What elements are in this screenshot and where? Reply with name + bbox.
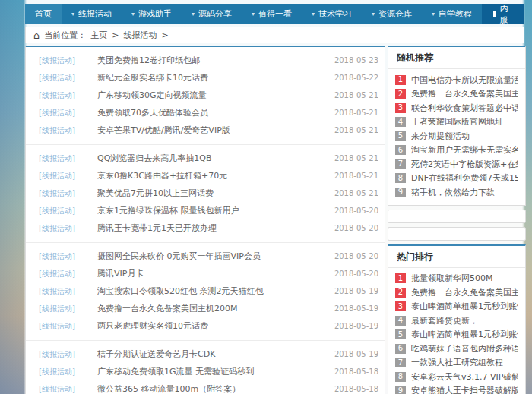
list-item[interactable]: [线报活动] 免费领取70多天优酷体验会员 2018-05-21 <box>26 104 385 121</box>
list-item[interactable]: 1 中国电信办卡所以无限流量活 <box>395 73 518 87</box>
breadcrumb-home-link[interactable]: 主页 <box>90 30 107 41</box>
post-title[interactable]: 最新套路贷更新， <box>411 315 478 326</box>
list-item[interactable]: 3 泰山啤酒简单粗暴1元秒到账快 <box>395 300 518 314</box>
post-title[interactable]: 聚美优品7元拼10以上三网话费 <box>97 188 328 199</box>
list-item[interactable]: 5 来分期提额活动 <box>395 129 518 143</box>
category-tag[interactable]: [线报活动] <box>39 125 97 136</box>
list-item[interactable]: 6 吃鸡萌妹子语音包内附多种语 <box>395 342 518 356</box>
post-title[interactable]: 免费撸一台永久免备案美国主 <box>411 88 518 99</box>
list-item[interactable]: [线报活动] 安卓芒果TV/优酷/腾讯/爱奇艺VIP版 2018-05-21 <box>26 121 385 139</box>
post-title[interactable]: 免费撸一台永久免备案美国主 <box>411 287 518 298</box>
list-item[interactable]: [线报活动] 聚美优品7元拼10以上三网话费 2018-05-21 <box>26 184 385 202</box>
category-tag[interactable]: [线报活动] <box>39 55 97 66</box>
post-title[interactable]: 泰山啤酒简单粗暴1元秒到账快 <box>411 301 518 312</box>
list-item[interactable]: [线报活动] 腾讯王卡宽带1元1天已开放办理 2018-05-20 <box>26 219 385 237</box>
list-item[interactable]: [线报活动] 微公益365 移动流量100m（附答案） 2018-05-18 <box>26 380 385 394</box>
list-item[interactable]: 6 淘宝新用户无需绑卡无需实名 <box>395 143 518 158</box>
nav-item-home[interactable]: 首页 <box>25 4 62 24</box>
category-tag[interactable]: [线报活动] <box>39 304 97 314</box>
list-item[interactable]: [线报活动] 新纪元金服实名绑卡10元话费 2018-05-22 <box>26 69 385 87</box>
post-title[interactable]: 腾讯VIP月卡 <box>97 268 328 279</box>
list-item[interactable]: 7 一款强大社工研究组教程 <box>395 356 518 370</box>
list-item[interactable]: 8 DNF在线福利免费领7天或15天黑 <box>395 172 518 186</box>
category-tag[interactable]: [线报活动] <box>39 73 97 84</box>
post-title[interactable]: 安卓芒果TV/优酷/腾讯/爱奇艺VIP版 <box>97 125 328 136</box>
post-title[interactable]: 两只老虎理财实名领10元话费 <box>97 320 328 332</box>
post-title[interactable]: 京东0撸K3C路由器+拉杆箱+70元 <box>97 170 328 181</box>
post-title[interactable]: 新纪元金服实名绑卡10元话费 <box>97 72 328 84</box>
list-item[interactable]: 8 安卓彩云天气v3.1.7 VIP破解版 <box>395 370 518 384</box>
list-item[interactable]: 4 王者荣耀国际版官网地址 <box>395 115 518 130</box>
nav-item-tech-learn[interactable]: ▾ 技术学习 <box>302 4 362 24</box>
list-item[interactable]: [线报活动] 广东移动免费领取1G流量 无需验证码秒到 2018-05-18 <box>26 363 385 380</box>
list-item[interactable]: [线报活动] QQ浏览器归去来高几率抽1QB 2018-05-21 <box>26 150 385 167</box>
post-title[interactable]: 一款强大社工研究组教程 <box>411 357 503 368</box>
list-item[interactable]: 1 批量领取新华网500M <box>395 272 518 286</box>
post-title[interactable]: 桔子分期认证送爱奇艺月卡CDK <box>97 348 328 360</box>
nav-item-self-study[interactable]: ▾ 自学教程 <box>422 4 482 24</box>
category-tag[interactable]: [线报活动] <box>39 349 97 360</box>
category-tag[interactable]: [线报活动] <box>39 223 97 234</box>
post-title[interactable]: 猪手机，依然给力下款 <box>411 187 495 198</box>
post-title[interactable]: 淘宝搜索口令领取520红包 亲测2元天猫红包 <box>97 285 328 297</box>
category-tag[interactable]: [线报活动] <box>39 188 97 199</box>
post-title[interactable]: 广东移动免费领取1G流量 无需验证码秒到 <box>97 366 328 377</box>
post-title[interactable]: 微公益365 移动流量100m（附答案） <box>97 383 328 394</box>
list-item[interactable]: 3 联合利华饮食策划答题必中话 <box>395 101 518 115</box>
category-tag[interactable]: [线报活动] <box>39 367 97 377</box>
category-tag[interactable]: [线报活动] <box>39 206 97 216</box>
list-item[interactable]: [线报活动] 美团免费撸12卷打印纸包邮 2018-05-23 <box>26 52 385 69</box>
list-item[interactable]: 2 免费撸一台永久免备案美国主 <box>395 87 518 102</box>
list-item[interactable]: [线报活动] 腾讯VIP月卡 2018-05-20 <box>26 265 385 282</box>
list-item[interactable]: 2 免费撸一台永久免备案美国主 <box>395 285 518 300</box>
category-tag[interactable]: [线报活动] <box>39 108 97 118</box>
post-title[interactable]: QQ浏览器归去来高几率抽1QB <box>97 153 328 164</box>
post-title[interactable]: 美团免费撸12卷打印纸包邮 <box>97 55 328 66</box>
nav-item-worth-look[interactable]: ▾ 值得一看 <box>242 4 302 24</box>
list-item[interactable]: 9 猪手机，依然给力下款 <box>395 185 518 200</box>
list-item[interactable]: [线报活动] 广东移动领30G定向视频流量 2018-05-21 <box>26 87 385 104</box>
category-tag[interactable]: [线报活动] <box>39 321 97 332</box>
post-title[interactable]: 中国电信办卡所以无限流量活 <box>411 74 518 86</box>
list-item[interactable]: [线报活动] 免费撸一台永久免备案美国主机200M 2018-05-19 <box>26 300 385 317</box>
post-title[interactable]: 王者荣耀国际版官网地址 <box>411 116 503 128</box>
site-service-button[interactable]: 站内服务 <box>482 4 524 24</box>
post-title[interactable]: 广东移动领30G定向视频流量 <box>97 90 328 101</box>
post-title[interactable]: 淘宝新用户无需绑卡无需实名 <box>411 144 518 156</box>
nav-item-resource-store[interactable]: ▾ 资源仓库 <box>362 4 422 24</box>
post-title[interactable]: DNF在线福利免费领7天或15天黑 <box>411 172 518 184</box>
list-item[interactable]: 5 泰山啤酒简单粗暴1元秒到账快 <box>395 328 518 342</box>
list-item[interactable]: [线报活动] 京东0撸K3C路由器+拉杆箱+70元 2018-05-21 <box>26 167 385 184</box>
list-item[interactable]: [线报活动] 两只老虎理财实名领10元话费 2018-05-19 <box>26 317 385 335</box>
post-title[interactable]: 安卓熊猫大王卡扫号器破解版 <box>411 385 518 394</box>
category-tag[interactable]: [线报活动] <box>39 384 97 394</box>
list-item[interactable]: 4 最新套路贷更新， <box>395 314 518 328</box>
post-title[interactable]: 吃鸡萌妹子语音包内附多种语 <box>411 343 518 355</box>
post-title[interactable]: 来分期提额活动 <box>411 131 470 142</box>
category-tag[interactable]: [线报活动] <box>39 153 97 164</box>
list-item[interactable]: [线报活动] 淘宝搜索口令领取520红包 亲测2元天猫红包 2018-05-19 <box>26 282 385 300</box>
list-item[interactable]: [线报活动] 摄图网全民来砍价 0元购买一年插画VIP会员 2018-05-20 <box>26 247 385 265</box>
post-title[interactable]: 免费撸一台永久免备案美国主机200M <box>97 303 328 314</box>
category-tag[interactable]: [线报活动] <box>39 269 97 279</box>
category-tag[interactable]: [线报活动] <box>39 286 97 297</box>
category-tag[interactable]: [线报活动] <box>39 251 97 262</box>
post-title[interactable]: 免费领取70多天优酷体验会员 <box>97 107 328 118</box>
post-title[interactable]: 京东1元撸绿珠保温杯 限量钱包新用户 <box>97 205 328 216</box>
list-item[interactable]: [线报活动] 桔子分期认证送爱奇艺月卡CDK 2018-05-19 <box>26 345 385 363</box>
post-title[interactable]: 死侍2英语中字枪版资源+在线 <box>411 159 518 170</box>
nav-item-source-share[interactable]: ▾ 源码分享 <box>182 4 242 24</box>
post-title[interactable]: 腾讯王卡宽带1元1天已开放办理 <box>97 222 328 234</box>
list-item[interactable]: 9 安卓熊猫大王卡扫号器破解版 <box>395 384 518 394</box>
list-item[interactable]: 7 死侍2英语中字枪版资源+在线 <box>395 157 518 172</box>
post-title[interactable]: 泰山啤酒简单粗暴1元秒到账快 <box>411 329 518 340</box>
list-item[interactable]: [线报活动] 京东1元撸绿珠保温杯 限量钱包新用户 2018-05-20 <box>26 202 385 219</box>
nav-item-game-helper[interactable]: ▾ 游戏助手 <box>122 4 182 24</box>
nav-item-xianbao[interactable]: ▾ 线报活动 <box>62 4 122 24</box>
breadcrumb-category-link[interactable]: 线报活动 <box>123 30 157 41</box>
post-title[interactable]: 安卓彩云天气v3.1.7 VIP破解版 <box>411 371 518 383</box>
post-title[interactable]: 联合利华饮食策划答题必中话 <box>411 102 518 114</box>
category-tag[interactable]: [线报活动] <box>39 90 97 101</box>
post-title[interactable]: 摄图网全民来砍价 0元购买一年插画VIP会员 <box>97 251 328 262</box>
post-title[interactable]: 批量领取新华网500M <box>411 273 493 284</box>
